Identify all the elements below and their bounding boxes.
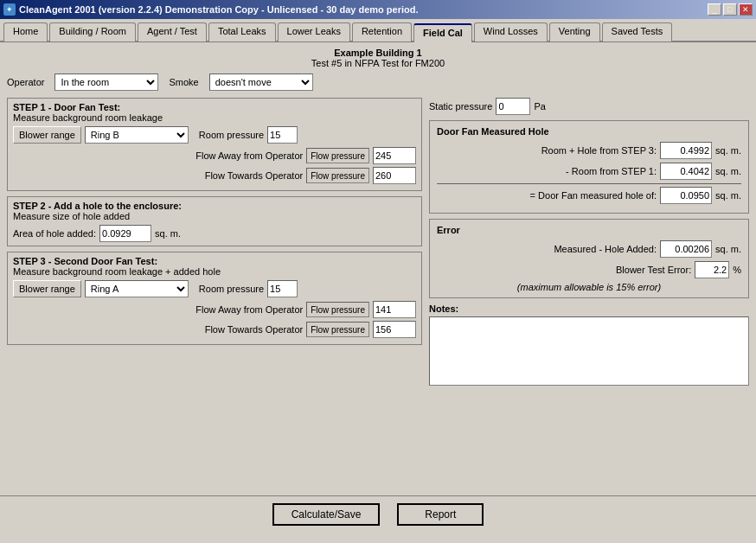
static-pressure-input[interactable]: 0 (496, 98, 530, 115)
tab-saved-tests[interactable]: Saved Tests (602, 22, 673, 42)
error-title: Error (437, 225, 741, 235)
maximize-button[interactable]: □ (723, 3, 737, 16)
step1-room-pressure-label: Room pressure (199, 130, 264, 140)
tab-building-room[interactable]: Building / Room (49, 22, 136, 42)
step3-blower-row: Blower range Ring A Ring B Ring C Room p… (13, 280, 416, 297)
step3-blower-range-button[interactable]: Blower range (13, 280, 81, 297)
step1-subtitle: Measure background room leakage (13, 112, 416, 123)
notes-label: Notes: (429, 303, 749, 314)
step1-blower-range-button[interactable]: Blower range (13, 126, 81, 144)
equals-row: = Door Fan measured hole of: 0.0950 sq. … (437, 183, 741, 204)
tab-strip: Home Building / Room Agent / Test Total … (0, 19, 756, 42)
step1-blower-select[interactable]: Ring B Ring A Ring C (85, 126, 189, 144)
minimize-button[interactable]: _ (708, 3, 721, 16)
tab-total-leaks[interactable]: Total Leaks (208, 22, 276, 42)
step1-blower-row: Blower range Ring B Ring A Ring C Room p… (13, 126, 416, 144)
building-name: Example Building 1 (7, 48, 749, 58)
step2-area-unit: sq. m. (155, 228, 181, 239)
app-icon: ✦ (3, 3, 16, 16)
step3-flow-pressure-input1[interactable]: 141 (373, 301, 416, 318)
tab-field-cal[interactable]: Field Cal (413, 23, 472, 42)
step3-flow-away-row: Flow Away from Operator Flow pressure 14… (13, 301, 416, 318)
step1-flow-pressure-input2[interactable]: 260 (373, 167, 416, 184)
step3-blower-select[interactable]: Ring A Ring B Ring C (85, 280, 189, 297)
step3-flow-towards-label: Flow Towards Operator (205, 324, 304, 335)
measured-label: Measured - Hole Added: (554, 244, 657, 254)
tab-wind-losses[interactable]: Wind Losses (474, 22, 548, 42)
room-hole-input[interactable]: 0.4992 (660, 142, 712, 159)
step3-box: STEP 3 - Second Door Fan Test: Measure b… (7, 252, 422, 345)
tab-lower-leaks[interactable]: Lower Leaks (278, 22, 350, 42)
step2-hole-row: Area of hole added: 0.0929 sq. m. (13, 225, 416, 242)
minus-room-label: - Room from STEP 1: (566, 166, 657, 176)
step3-room-pressure-input[interactable]: 15 (267, 280, 298, 297)
operator-row: Operator In the room Outside the room Sm… (7, 73, 749, 91)
static-pressure-unit: Pa (534, 101, 545, 112)
door-fan-box: Door Fan Measured Hole Room + Hole from … (429, 120, 749, 214)
step2-area-label: Area of hole added: (13, 228, 96, 239)
tab-home[interactable]: Home (3, 22, 48, 42)
test-name: Test #5 in NFPA Test for FM200 (7, 58, 749, 68)
step2-box: STEP 2 - Add a hole to the enclosure: Me… (7, 196, 422, 246)
operator-select[interactable]: In the room Outside the room (54, 73, 158, 91)
step3-flow-pressure-label1: Flow pressure (306, 302, 369, 317)
step3-subtitle: Measure background room leakage + added … (13, 266, 416, 277)
measured-unit: sq. m. (715, 244, 741, 254)
step3-flow-pressure-label2: Flow pressure (306, 322, 369, 337)
equals-unit: sq. m. (715, 190, 741, 201)
operator-label: Operator (7, 77, 44, 87)
blower-error-input[interactable]: 2.2 (695, 261, 729, 278)
blower-error-row: Blower Test Error: 2.2 % (437, 261, 741, 278)
smoke-select[interactable]: doesn't move moves (209, 73, 313, 91)
main-content: Example Building 1 Test #5 in NFPA Test … (0, 42, 756, 495)
step3-flow-towards-row: Flow Towards Operator Flow pressure 156 (13, 321, 416, 338)
room-hole-row: Room + Hole from STEP 3: 0.4992 sq. m. (437, 142, 741, 159)
step1-flow-pressure-label2: Flow pressure (306, 168, 369, 183)
tab-venting[interactable]: Venting (549, 22, 600, 42)
blower-error-label: Blower Test Error: (616, 265, 691, 275)
step1-room-pressure-input[interactable]: 15 (267, 126, 298, 144)
right-column: Static pressure 0 Pa Door Fan Measured H… (429, 98, 749, 387)
step1-flow-away-row: Flow Away from Operator Flow pressure 24… (13, 147, 416, 164)
step1-flow-towards-row: Flow Towards Operator Flow pressure 260 (13, 167, 416, 184)
step3-room-pressure-label: Room pressure (199, 284, 264, 294)
step1-flow-towards-label: Flow Towards Operator (205, 170, 304, 181)
measured-input[interactable]: 0.00206 (660, 240, 712, 258)
minus-room-unit: sq. m. (715, 166, 741, 176)
door-fan-title: Door Fan Measured Hole (437, 126, 741, 137)
minus-room-input[interactable]: 0.4042 (660, 163, 712, 180)
notes-textarea[interactable] (429, 316, 749, 386)
step2-subtitle: Measure size of hole added (13, 211, 416, 221)
title-bar: ✦ CleanAgent 2001 (version 2.2.4) Demons… (0, 0, 756, 19)
step1-flow-pressure-input1[interactable]: 245 (373, 147, 416, 164)
step1-box: STEP 1 - Door Fan Test: Measure backgrou… (7, 98, 422, 191)
left-column: STEP 1 - Door Fan Test: Measure backgrou… (7, 98, 422, 387)
step1-flow-pressure-label1: Flow pressure (306, 148, 369, 163)
max-error-note: (maximum allowable is 15% error) (437, 282, 741, 292)
step2-area-input[interactable]: 0.0929 (99, 225, 151, 242)
tab-retention[interactable]: Retention (352, 22, 412, 42)
step2-title: STEP 2 - Add a hole to the enclosure: (13, 201, 416, 211)
blower-error-unit: % (733, 265, 741, 275)
two-col-layout: STEP 1 - Door Fan Test: Measure backgrou… (7, 98, 749, 387)
static-pressure-row: Static pressure 0 Pa (429, 98, 749, 115)
report-button[interactable]: Report (397, 503, 484, 526)
step1-title: STEP 1 - Door Fan Test: (13, 102, 416, 112)
minus-room-row: - Room from STEP 1: 0.4042 sq. m. (437, 163, 741, 180)
bottom-bar: Calculate/Save Report (0, 495, 756, 533)
room-hole-label: Room + Hole from STEP 3: (541, 145, 657, 156)
tab-agent-test[interactable]: Agent / Test (138, 22, 207, 42)
static-pressure-label: Static pressure (429, 101, 492, 112)
room-hole-unit: sq. m. (715, 145, 741, 156)
window-title: CleanAgent 2001 (version 2.2.4) Demonstr… (19, 4, 419, 15)
header-info: Example Building 1 Test #5 in NFPA Test … (7, 48, 749, 68)
step3-title: STEP 3 - Second Door Fan Test: (13, 256, 416, 266)
equals-input[interactable]: 0.0950 (660, 187, 712, 204)
error-box: Error Measured - Hole Added: 0.00206 sq.… (429, 219, 749, 298)
close-button[interactable]: ✕ (739, 3, 753, 16)
calculate-save-button[interactable]: Calculate/Save (272, 503, 381, 526)
notes-section: Notes: (429, 303, 749, 387)
step3-flow-pressure-input2[interactable]: 156 (373, 321, 416, 338)
step1-flow-away-label: Flow Away from Operator (195, 150, 303, 161)
step3-flow-away-label: Flow Away from Operator (195, 304, 303, 315)
